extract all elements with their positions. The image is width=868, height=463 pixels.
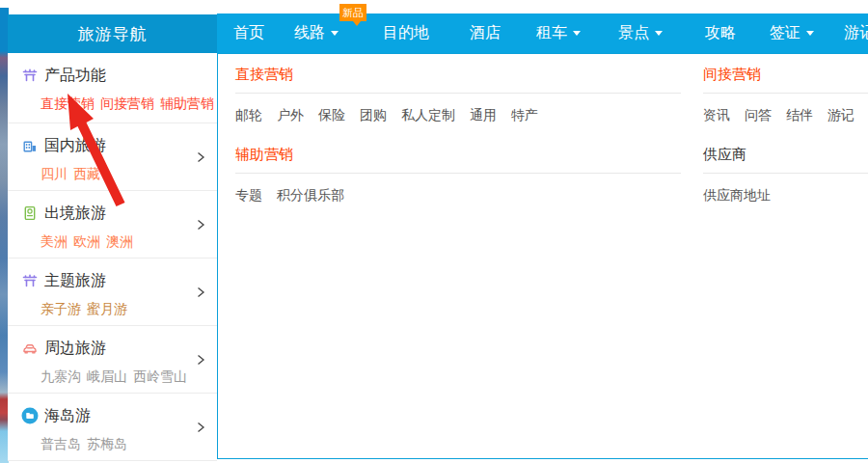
link-custom[interactable]: 私人定制 [401,107,455,124]
chevron-right-icon[interactable] [194,150,207,164]
section-links: 资讯 问答 结伴 游记 [703,107,868,124]
section-direct-marketing: 直接营销 邮轮 户外 保险 团购 私人定制 通用 特产 [235,66,681,124]
nav-item-attractions[interactable]: 景点 [618,14,663,53]
caret-down-icon [655,31,663,36]
link-supplier-address[interactable]: 供应商地址 [703,187,771,204]
sidebar-item-island-travel[interactable]: 海岛游 普吉岛 苏梅岛 [8,394,217,461]
sublink-xiling-snow-mountain[interactable]: 西岭雪山 [133,368,187,386]
sublink-americas[interactable]: 美洲 [41,233,68,251]
sublink-australia[interactable]: 澳洲 [106,233,133,251]
link-qa[interactable]: 问答 [745,107,772,124]
sidebar-sublinks: 普吉岛 苏梅岛 [41,436,127,453]
link-outdoor[interactable]: 户外 [277,107,304,124]
sublink-sichuan[interactable]: 四川 [41,166,68,183]
caret-down-icon [573,31,581,36]
sidebar-sublinks: 四川 西藏 [41,166,100,183]
sublink-auxiliary-marketing[interactable]: 辅助营销 [160,95,214,113]
section-indirect-marketing: 间接营销 资讯 问答 结伴 游记 [703,66,868,124]
sidebar-item-product-features[interactable]: 产品功能 直接营销 间接营销 辅助营销 [8,53,217,123]
sidebar-title: 旅游导航 [8,14,217,53]
link-companion[interactable]: 结伴 [786,107,813,124]
section-links: 专题 积分俱乐部 [235,187,681,204]
sublink-family-trip[interactable]: 亲子游 [41,301,81,318]
car-icon [21,340,39,357]
sidebar-item-label[interactable]: 国内旅游 [44,136,106,156]
sublink-honeymoon-trip[interactable]: 蜜月游 [87,301,127,318]
sidebar-item-label[interactable]: 海岛游 [44,406,91,426]
sidebar-item-label[interactable]: 主题旅游 [44,271,106,291]
chevron-right-icon[interactable] [194,353,207,367]
caret-down-icon [331,31,339,36]
sublink-direct-marketing[interactable]: 直接营销 [41,95,95,113]
section-auxiliary-marketing: 辅助营销 专题 积分俱乐部 [235,146,681,204]
nav-item-visa[interactable]: 签证 [770,14,814,53]
sublink-tibet[interactable]: 西藏 [73,166,100,183]
section-title: 间接营销 [703,66,868,94]
nav-item-hotel[interactable]: 酒店 [470,14,501,53]
section-links: 邮轮 户外 保险 团购 私人定制 通用 特产 [235,107,681,124]
section-title: 直接营销 [235,66,681,94]
link-topics[interactable]: 专题 [235,187,262,204]
top-navbar: 首页 线路 目的地 酒店 租车 景点 攻略 签证 游记 [217,14,868,53]
sidebar-sublinks: 直接营销 间接营销 辅助营销 [41,95,214,113]
archway-icon [21,67,39,84]
sidebar-sublinks: 九寨沟 峨眉山 西岭雪山 [41,368,187,386]
sidebar-menu: 产品功能 直接营销 间接营销 辅助营销 国内旅游 四川 西藏 出境旅游 美洲 [8,53,217,461]
link-cruise[interactable]: 邮轮 [235,107,262,124]
archway-icon [21,272,39,289]
link-insurance[interactable]: 保险 [318,107,345,124]
section-title: 辅助营销 [235,146,681,174]
sidebar-item-domestic-travel[interactable]: 国内旅游 四川 西藏 [8,123,217,191]
sublink-jiuzhaigou[interactable]: 九寨沟 [41,368,81,386]
sidebar-title-label: 旅游导航 [78,23,148,45]
sidebar-item-label[interactable]: 产品功能 [44,66,106,86]
link-general[interactable]: 通用 [470,107,497,124]
link-points-club[interactable]: 积分俱乐部 [277,187,344,204]
nav-item-destination[interactable]: 目的地 [383,14,429,53]
nav-item-car-rental[interactable]: 租车 [536,14,581,53]
chevron-right-icon[interactable] [194,218,207,232]
sublink-koh-samui[interactable]: 苏梅岛 [87,436,127,453]
new-product-badge: 新品 [339,4,366,21]
section-title: 供应商 [703,146,868,174]
section-supplier: 供应商 供应商地址 [703,146,868,204]
sublink-phuket[interactable]: 普吉岛 [41,436,81,453]
link-groupbuy[interactable]: 团购 [360,107,387,124]
link-travelogue[interactable]: 游记 [827,107,854,124]
passport-icon [21,204,39,222]
chevron-right-icon[interactable] [194,286,207,299]
sidebar-sublinks: 亲子游 蜜月游 [41,301,127,318]
nav-item-travelogue[interactable]: 游记 [844,14,868,53]
sidebar-sublinks: 美洲 欧洲 澳洲 [41,233,133,251]
sidebar-item-label[interactable]: 出境旅游 [44,204,106,224]
mega-menu-panel: 直接营销 邮轮 户外 保险 团购 私人定制 通用 特产 间接营销 资讯 问答 结… [217,53,868,459]
sidebar-item-theme-travel[interactable]: 主题旅游 亲子游 蜜月游 [8,259,217,326]
sublink-europe[interactable]: 欧洲 [73,233,100,251]
sidebar-item-outbound-travel[interactable]: 出境旅游 美洲 欧洲 澳洲 [8,191,217,259]
island-folder-icon [21,407,39,424]
nav-item-guides[interactable]: 攻略 [705,14,736,53]
chevron-right-icon[interactable] [194,421,207,434]
sidebar-item-label[interactable]: 周边旅游 [44,339,106,359]
caret-down-icon [806,31,814,36]
buildings-icon [21,137,39,154]
link-news[interactable]: 资讯 [703,107,730,124]
sublink-indirect-marketing[interactable]: 间接营销 [100,95,154,113]
sublink-mount-emei[interactable]: 峨眉山 [87,368,127,386]
nav-item-routes[interactable]: 线路 [294,14,339,53]
link-specialty[interactable]: 特产 [511,107,538,124]
nav-item-home[interactable]: 首页 [233,14,264,53]
section-links: 供应商地址 [703,187,868,204]
sidebar-item-nearby-travel[interactable]: 周边旅游 九寨沟 峨眉山 西岭雪山 [8,326,217,394]
